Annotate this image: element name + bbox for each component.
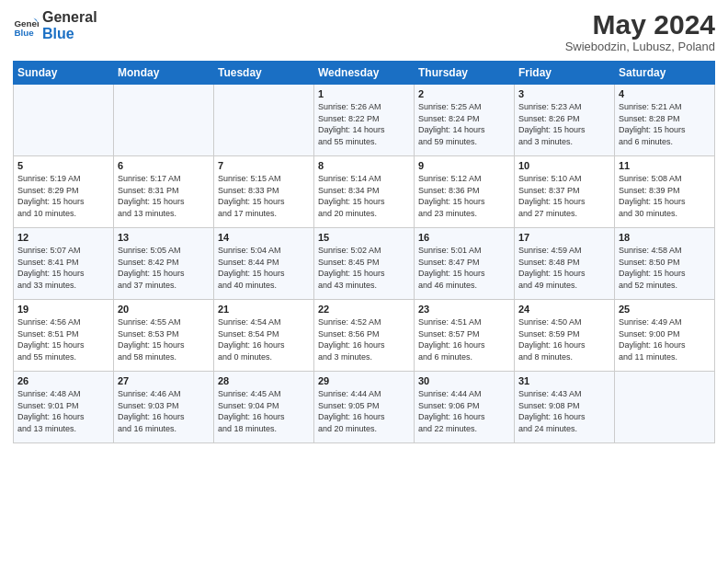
main-container: General Blue General Blue May 2024 Swieb…	[0, 0, 728, 451]
logo-general: General	[42, 9, 97, 26]
day-info: Sunrise: 4:51 AMSunset: 8:57 PMDaylight:…	[418, 316, 510, 362]
calendar-cell: 23Sunrise: 4:51 AMSunset: 8:57 PMDayligh…	[415, 300, 515, 372]
calendar-cell: 16Sunrise: 5:01 AMSunset: 8:47 PMDayligh…	[415, 228, 515, 300]
day-number: 27	[118, 375, 210, 386]
calendar-cell: 21Sunrise: 4:54 AMSunset: 8:54 PMDayligh…	[214, 300, 314, 372]
day-number: 30	[418, 375, 510, 386]
day-info: Sunrise: 5:04 AMSunset: 8:44 PMDaylight:…	[218, 245, 310, 291]
col-header-wednesday: Wednesday	[314, 62, 415, 85]
day-number: 4	[619, 88, 711, 99]
day-number: 19	[17, 304, 109, 315]
day-number: 3	[518, 88, 610, 99]
col-header-tuesday: Tuesday	[214, 62, 314, 85]
col-header-sunday: Sunday	[14, 62, 114, 85]
calendar-cell: 14Sunrise: 5:04 AMSunset: 8:44 PMDayligh…	[214, 228, 314, 300]
calendar-cell: 3Sunrise: 5:23 AMSunset: 8:26 PMDaylight…	[515, 85, 615, 156]
calendar-cell: 9Sunrise: 5:12 AMSunset: 8:36 PMDaylight…	[415, 156, 515, 228]
day-number: 25	[619, 304, 711, 315]
calendar-cell: 1Sunrise: 5:26 AMSunset: 8:22 PMDaylight…	[314, 85, 415, 156]
calendar-cell: 28Sunrise: 4:45 AMSunset: 9:04 PMDayligh…	[214, 372, 314, 443]
day-info: Sunrise: 5:23 AMSunset: 8:26 PMDaylight:…	[518, 101, 610, 147]
calendar-cell: 29Sunrise: 4:44 AMSunset: 9:05 PMDayligh…	[314, 372, 415, 443]
calendar-cell: 18Sunrise: 4:58 AMSunset: 8:50 PMDayligh…	[615, 228, 715, 300]
header: General Blue General Blue May 2024 Swieb…	[13, 9, 715, 53]
calendar-cell: 7Sunrise: 5:15 AMSunset: 8:33 PMDaylight…	[214, 156, 314, 228]
day-info: Sunrise: 4:44 AMSunset: 9:05 PMDaylight:…	[318, 388, 410, 434]
day-number: 24	[518, 304, 610, 315]
col-header-thursday: Thursday	[415, 62, 515, 85]
day-number: 14	[218, 232, 310, 243]
logo: General Blue General Blue	[13, 9, 97, 43]
day-info: Sunrise: 5:26 AMSunset: 8:22 PMDaylight:…	[318, 101, 410, 147]
calendar-cell: 22Sunrise: 4:52 AMSunset: 8:56 PMDayligh…	[314, 300, 415, 372]
calendar-table: SundayMondayTuesdayWednesdayThursdayFrid…	[13, 61, 715, 443]
day-info: Sunrise: 4:46 AMSunset: 9:03 PMDaylight:…	[118, 388, 210, 434]
day-number: 9	[418, 160, 510, 171]
week-row-5: 26Sunrise: 4:48 AMSunset: 9:01 PMDayligh…	[14, 372, 715, 443]
calendar-cell: 4Sunrise: 5:21 AMSunset: 8:28 PMDaylight…	[615, 85, 715, 156]
calendar-cell	[615, 372, 715, 443]
day-info: Sunrise: 4:48 AMSunset: 9:01 PMDaylight:…	[17, 388, 109, 434]
day-number: 26	[17, 375, 109, 386]
day-number: 17	[518, 232, 610, 243]
day-info: Sunrise: 5:25 AMSunset: 8:24 PMDaylight:…	[418, 101, 510, 147]
day-info: Sunrise: 4:49 AMSunset: 9:00 PMDaylight:…	[619, 316, 711, 362]
day-info: Sunrise: 5:05 AMSunset: 8:42 PMDaylight:…	[118, 245, 210, 291]
day-info: Sunrise: 5:14 AMSunset: 8:34 PMDaylight:…	[318, 173, 410, 219]
day-number: 15	[318, 232, 410, 243]
calendar-cell: 30Sunrise: 4:44 AMSunset: 9:06 PMDayligh…	[415, 372, 515, 443]
week-row-3: 12Sunrise: 5:07 AMSunset: 8:41 PMDayligh…	[14, 228, 715, 300]
calendar-cell: 8Sunrise: 5:14 AMSunset: 8:34 PMDaylight…	[314, 156, 415, 228]
col-header-monday: Monday	[114, 62, 214, 85]
day-info: Sunrise: 5:07 AMSunset: 8:41 PMDaylight:…	[17, 245, 109, 291]
day-info: Sunrise: 5:17 AMSunset: 8:31 PMDaylight:…	[118, 173, 210, 219]
col-header-friday: Friday	[515, 62, 615, 85]
day-number: 2	[418, 88, 510, 99]
calendar-cell: 31Sunrise: 4:43 AMSunset: 9:08 PMDayligh…	[515, 372, 615, 443]
day-number: 21	[218, 304, 310, 315]
logo-blue: Blue	[42, 26, 97, 42]
day-number: 22	[318, 304, 410, 315]
day-number: 5	[17, 160, 109, 171]
day-info: Sunrise: 5:08 AMSunset: 8:39 PMDaylight:…	[619, 173, 711, 219]
day-info: Sunrise: 5:15 AMSunset: 8:33 PMDaylight:…	[218, 173, 310, 219]
day-number: 16	[418, 232, 510, 243]
day-number: 8	[318, 160, 410, 171]
day-info: Sunrise: 4:43 AMSunset: 9:08 PMDaylight:…	[518, 388, 610, 434]
day-info: Sunrise: 4:55 AMSunset: 8:53 PMDaylight:…	[118, 316, 210, 362]
location-subtitle: Swiebodzin, Lubusz, Poland	[565, 40, 715, 53]
day-info: Sunrise: 4:59 AMSunset: 8:48 PMDaylight:…	[518, 245, 610, 291]
day-info: Sunrise: 4:45 AMSunset: 9:04 PMDaylight:…	[218, 388, 310, 434]
calendar-cell: 20Sunrise: 4:55 AMSunset: 8:53 PMDayligh…	[114, 300, 214, 372]
week-row-2: 5Sunrise: 5:19 AMSunset: 8:29 PMDaylight…	[14, 156, 715, 228]
calendar-cell: 26Sunrise: 4:48 AMSunset: 9:01 PMDayligh…	[14, 372, 114, 443]
day-number: 28	[218, 375, 310, 386]
calendar-cell: 5Sunrise: 5:19 AMSunset: 8:29 PMDaylight…	[14, 156, 114, 228]
day-number: 6	[118, 160, 210, 171]
day-info: Sunrise: 5:12 AMSunset: 8:36 PMDaylight:…	[418, 173, 510, 219]
header-row: SundayMondayTuesdayWednesdayThursdayFrid…	[14, 62, 715, 85]
day-info: Sunrise: 4:44 AMSunset: 9:06 PMDaylight:…	[418, 388, 510, 434]
calendar-cell: 24Sunrise: 4:50 AMSunset: 8:59 PMDayligh…	[515, 300, 615, 372]
logo-icon: General Blue	[13, 13, 39, 39]
day-number: 1	[318, 88, 410, 99]
day-number: 20	[118, 304, 210, 315]
calendar-cell	[214, 85, 314, 156]
day-number: 10	[518, 160, 610, 171]
week-row-4: 19Sunrise: 4:56 AMSunset: 8:51 PMDayligh…	[14, 300, 715, 372]
week-row-1: 1Sunrise: 5:26 AMSunset: 8:22 PMDaylight…	[14, 85, 715, 156]
day-info: Sunrise: 5:19 AMSunset: 8:29 PMDaylight:…	[17, 173, 109, 219]
day-info: Sunrise: 4:58 AMSunset: 8:50 PMDaylight:…	[619, 245, 711, 291]
day-info: Sunrise: 5:10 AMSunset: 8:37 PMDaylight:…	[518, 173, 610, 219]
day-info: Sunrise: 4:50 AMSunset: 8:59 PMDaylight:…	[518, 316, 610, 362]
svg-text:Blue: Blue	[14, 29, 34, 39]
day-info: Sunrise: 4:52 AMSunset: 8:56 PMDaylight:…	[318, 316, 410, 362]
day-info: Sunrise: 5:21 AMSunset: 8:28 PMDaylight:…	[619, 101, 711, 147]
day-number: 29	[318, 375, 410, 386]
day-number: 13	[118, 232, 210, 243]
day-number: 7	[218, 160, 310, 171]
day-number: 23	[418, 304, 510, 315]
calendar-cell	[14, 85, 114, 156]
calendar-cell: 11Sunrise: 5:08 AMSunset: 8:39 PMDayligh…	[615, 156, 715, 228]
day-info: Sunrise: 4:54 AMSunset: 8:54 PMDaylight:…	[218, 316, 310, 362]
